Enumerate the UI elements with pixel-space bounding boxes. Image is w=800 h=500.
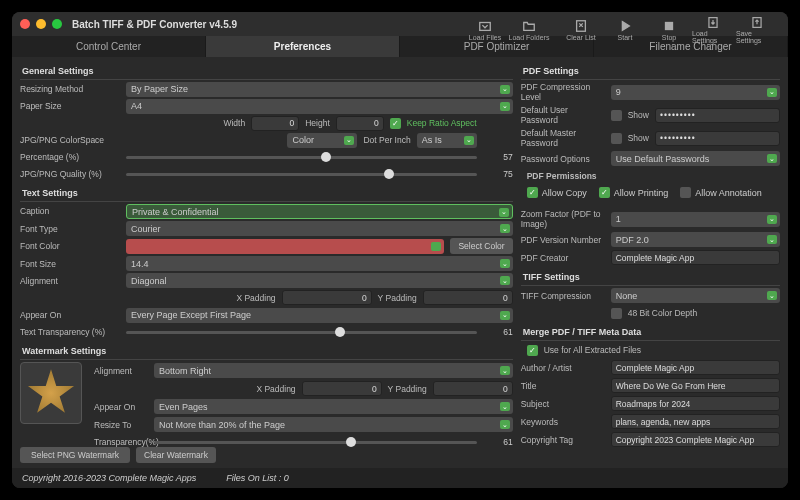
load-folders-button[interactable]: Load Folders: [508, 16, 550, 44]
width-label: Width: [223, 118, 245, 128]
pdf-compression-select[interactable]: 9⌄: [611, 85, 780, 100]
quality-label: JPG/PNG Quality (%): [20, 169, 120, 179]
watermark-preview: [20, 362, 82, 424]
load-settings-button[interactable]: Load Settings: [692, 16, 734, 44]
pdf-creator-field[interactable]: [611, 250, 780, 265]
quality-value: 75: [483, 169, 513, 179]
colorspace-select[interactable]: Color⌄: [287, 133, 357, 148]
pdf-version-label: PDF Version Number: [521, 235, 605, 245]
text-ypad-label: Y Padding: [378, 293, 417, 303]
star-icon: [27, 369, 75, 417]
pdf-settings-header: PDF Settings: [521, 63, 780, 80]
copyright-field[interactable]: [611, 432, 780, 447]
clear-list-button[interactable]: Clear List: [560, 16, 602, 44]
dpi-select[interactable]: As Is⌄: [417, 133, 477, 148]
height-field[interactable]: [336, 116, 384, 131]
text-ypad-field[interactable]: [423, 290, 513, 305]
font-type-select[interactable]: Courier⌄: [126, 221, 513, 236]
tab-preferences[interactable]: Preferences: [206, 36, 400, 57]
paper-size-select[interactable]: A4⌄: [126, 99, 513, 114]
text-alignment-label: Alignment: [20, 276, 120, 286]
meta-header: Merge PDF / TIFF Meta Data: [521, 324, 780, 341]
wm-resize-label: Resize To: [88, 420, 148, 430]
subject-field[interactable]: [611, 396, 780, 411]
resizing-method-select[interactable]: By Paper Size⌄: [126, 82, 513, 97]
wm-xpad-label: X Padding: [256, 384, 295, 394]
wm-appear-on-label: Appear On: [88, 402, 148, 412]
author-field[interactable]: [611, 360, 780, 375]
quality-slider[interactable]: [126, 167, 477, 181]
select-color-button[interactable]: Select Color: [450, 238, 512, 254]
width-field[interactable]: [251, 116, 299, 131]
show-user-pw-checkbox[interactable]: [611, 110, 622, 121]
pw-options-select[interactable]: Use Default Passwords⌄: [611, 151, 780, 166]
percentage-slider[interactable]: [126, 150, 477, 164]
text-alignment-select[interactable]: Diagonal⌄: [126, 273, 513, 288]
clear-watermark-button[interactable]: Clear Watermark: [136, 447, 216, 463]
pdf-version-select[interactable]: PDF 2.0⌄: [611, 232, 780, 247]
wm-transparency-slider[interactable]: [154, 435, 477, 449]
files-on-list-value: 0: [284, 473, 289, 483]
use-all-extracted-checkbox[interactable]: ✓: [527, 345, 538, 356]
toolbar: Load Files Load Folders Clear List Start…: [464, 16, 778, 44]
wm-alignment-label: Alignment: [88, 366, 148, 376]
save-settings-button[interactable]: Save Settings: [736, 16, 778, 44]
text-transparency-label: Text Transparency (%): [20, 327, 120, 337]
show-master-pw-checkbox[interactable]: [611, 133, 622, 144]
color-depth-label: 48 Bit Color Depth: [628, 308, 697, 318]
wm-appear-on-select[interactable]: Even Pages⌄: [154, 399, 513, 414]
resizing-method-label: Resizing Method: [20, 84, 120, 94]
wm-transparency-label: Transparency(%): [88, 437, 148, 447]
user-pw-field[interactable]: [655, 108, 780, 123]
meta-title-field[interactable]: [611, 378, 780, 393]
stop-button[interactable]: Stop: [648, 16, 690, 44]
zoom-select[interactable]: 1⌄: [611, 212, 780, 227]
keywords-field[interactable]: [611, 414, 780, 429]
paper-size-label: Paper Size: [20, 101, 120, 111]
font-size-label: Font Size: [20, 259, 120, 269]
wm-ypad-field[interactable]: [433, 381, 513, 396]
zoom-icon[interactable]: [52, 19, 62, 29]
wm-transparency-value: 61: [483, 437, 513, 447]
copyright-label: Copyright Tag: [521, 435, 605, 445]
zoom-label: Zoom Factor (PDF to Image): [521, 209, 605, 229]
dpi-label: Dot Per Inch: [363, 135, 410, 145]
percentage-value: 57: [483, 152, 513, 162]
color-depth-checkbox[interactable]: [611, 308, 622, 319]
font-size-select[interactable]: 14.4⌄: [126, 256, 513, 271]
text-appear-on-select[interactable]: Every Page Except First Page⌄: [126, 308, 513, 323]
tab-control-center[interactable]: Control Center: [12, 36, 206, 57]
allow-copy-checkbox[interactable]: ✓: [527, 187, 538, 198]
caption-label: Caption: [20, 206, 120, 216]
tiff-settings-header: TIFF Settings: [521, 269, 780, 286]
wm-resize-select[interactable]: Not More than 20% of the Page⌄: [154, 417, 513, 432]
text-xpad-field[interactable]: [282, 290, 372, 305]
pw-options-label: Password Options: [521, 154, 605, 164]
files-on-list-label: Files On List :: [226, 473, 281, 483]
use-all-extracted-label: Use for All Extracted Files: [544, 345, 641, 355]
general-settings-header: General Settings: [20, 63, 513, 80]
meta-title-label: Title: [521, 381, 605, 391]
wm-xpad-field[interactable]: [302, 381, 382, 396]
height-label: Height: [305, 118, 330, 128]
select-png-watermark-button[interactable]: Select PNG Watermark: [20, 447, 130, 463]
keywords-label: Keywords: [521, 417, 605, 427]
tiff-compression-select[interactable]: None⌄: [611, 288, 780, 303]
allow-annotation-checkbox[interactable]: [680, 187, 691, 198]
close-icon[interactable]: [20, 19, 30, 29]
text-xpad-label: X Padding: [236, 293, 275, 303]
caption-select[interactable]: Private & Confidential⌄: [126, 204, 513, 219]
load-files-button[interactable]: Load Files: [464, 16, 506, 44]
text-transparency-slider[interactable]: [126, 325, 477, 339]
font-color-swatch[interactable]: [126, 239, 444, 254]
wm-alignment-select[interactable]: Bottom Right⌄: [154, 363, 513, 378]
wm-ypad-label: Y Padding: [388, 384, 427, 394]
author-label: Author / Artist: [521, 363, 605, 373]
user-pw-label: Default User Password: [521, 105, 605, 125]
master-pw-field[interactable]: [655, 131, 780, 146]
keep-ratio-checkbox[interactable]: ✓: [390, 118, 401, 129]
percentage-label: Percentage (%): [20, 152, 120, 162]
start-button[interactable]: Start: [604, 16, 646, 44]
allow-printing-checkbox[interactable]: ✓: [599, 187, 610, 198]
minimize-icon[interactable]: [36, 19, 46, 29]
